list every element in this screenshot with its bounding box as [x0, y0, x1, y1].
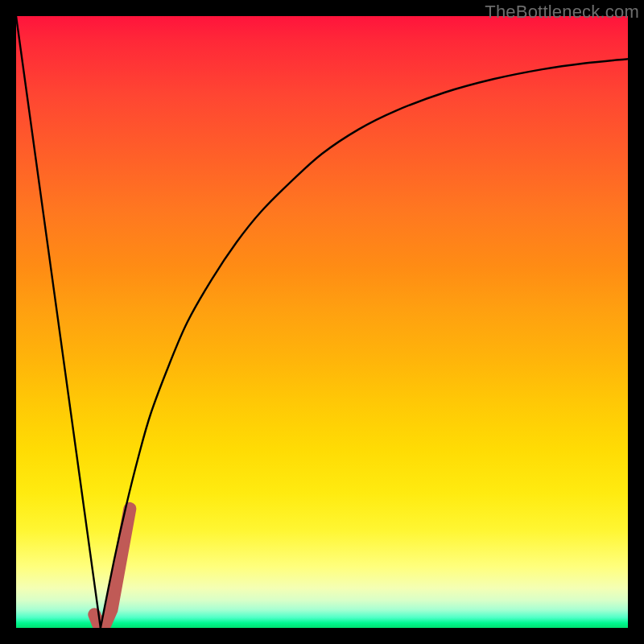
curve-right [101, 59, 628, 628]
curve-svg [16, 16, 628, 628]
curve-left-leg [16, 16, 101, 628]
chart-frame: TheBottleneck.com [0, 0, 644, 644]
watermark-text: TheBottleneck.com [485, 2, 639, 23]
plot-area [16, 16, 628, 628]
